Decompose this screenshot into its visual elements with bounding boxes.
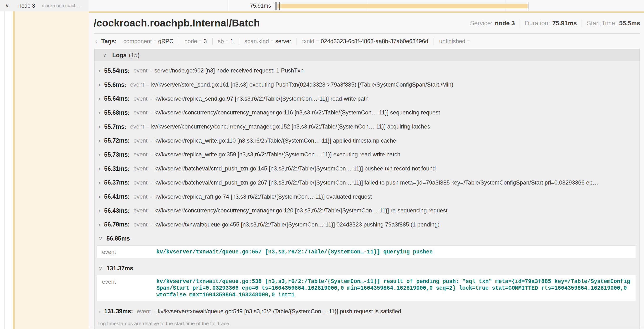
- tag-key: sb: [218, 38, 224, 44]
- tag-item: sb = 1: [212, 38, 239, 44]
- equals-sign: =: [150, 110, 152, 115]
- log-message: kv/kvserver/replica_raft.go:74 [n3,s3,r6…: [154, 193, 372, 200]
- span-color-stripe: [13, 0, 15, 329]
- log-entry-header[interactable]: ∨ 131.37ms: [94, 261, 640, 275]
- log-field-key: event: [137, 308, 151, 315]
- log-marker: [274, 2, 274, 10]
- log-field-key: event: [102, 248, 156, 255]
- logs-header[interactable]: ∨ Logs (15): [94, 49, 640, 61]
- log-timestamp: 56.41ms:: [104, 193, 130, 200]
- log-message: kv/kvserver/concurrency/concurrency_mana…: [154, 207, 448, 214]
- log-field-key: event: [134, 95, 148, 102]
- chevron-right-icon: ›: [98, 95, 100, 102]
- log-entry[interactable]: › 56.43ms: event = kv/kvserver/concurren…: [94, 204, 640, 218]
- log-message: kv/kvserver/store_send.go:161 [n3,s3] ex…: [151, 81, 453, 88]
- tag-item: node = 3: [179, 38, 212, 44]
- log-message: kv/kvserver/replica_write.go:110 [n3,s3,…: [154, 137, 396, 144]
- log-message: server/node.go:902 [n3] node received re…: [154, 67, 304, 74]
- log-entry[interactable]: › 55.68ms: event = kv/kvserver/concurren…: [94, 106, 640, 120]
- equals-sign: =: [154, 38, 156, 44]
- equals-sign: =: [150, 194, 152, 199]
- log-timestamp: 131.37ms: [106, 265, 134, 272]
- next-row-divider: [89, 327, 644, 327]
- tag-key: unfinished: [439, 38, 465, 44]
- log-field-key: event: [134, 137, 148, 144]
- equals-sign: =: [146, 124, 149, 129]
- chevron-right-icon: ›: [98, 221, 100, 228]
- log-marker: [275, 2, 276, 10]
- log-timestamp: 56.78ms:: [104, 221, 130, 228]
- tag-key: txnid: [302, 38, 314, 44]
- chevron-right-icon: ›: [98, 179, 100, 186]
- log-field-key: event: [130, 81, 144, 88]
- chevron-right-icon: ›: [98, 207, 100, 214]
- log-message: kv/kvserver/batcheval/cmd_push_txn.go:26…: [154, 179, 598, 186]
- tag-item: unfinished =: [434, 38, 477, 44]
- log-field-key: event: [134, 67, 148, 74]
- equals-sign: =: [226, 38, 228, 44]
- span-detail-header: /cockroach.roachpb.Internal/Batch Servic…: [94, 13, 640, 34]
- log-timestamp: 55.6ms:: [104, 81, 126, 88]
- log-field-key: event: [134, 151, 148, 158]
- span-service-name: node 3: [18, 2, 35, 9]
- log-entry-expanded: ∨ 56.85ms event kv/kvserver/txnwait/queu…: [94, 232, 640, 258]
- log-timestamp: 55.68ms:: [104, 109, 130, 116]
- trace-span-row[interactable]: ∨ node 3 /cockroach.roach… 75.91ms: [0, 0, 644, 12]
- equals-sign: =: [150, 208, 152, 213]
- equals-sign: =: [150, 68, 152, 73]
- log-entry-header[interactable]: ∨ 56.85ms: [94, 232, 640, 245]
- left-rail-divider: [4, 0, 4, 329]
- equals-sign: =: [150, 152, 152, 157]
- tag-item: span.kind = server: [238, 38, 296, 44]
- tag-value: 1: [230, 38, 233, 44]
- tag-value: 3: [204, 38, 207, 44]
- log-message: kv/kvserver/concurrency/concurrency_mana…: [154, 109, 440, 116]
- span-name[interactable]: node 3 /cockroach.roach…: [18, 0, 81, 12]
- chevron-down-icon: ∨: [103, 52, 106, 58]
- chevron-right-icon: ›: [98, 193, 100, 200]
- log-timestamp: 55.7ms:: [104, 123, 126, 130]
- tag-value: server: [275, 38, 291, 44]
- logs-title: Logs: [112, 52, 126, 59]
- logs-count: (15): [129, 52, 140, 59]
- log-entry[interactable]: › 55.54ms: event = server/node.go:902 [n…: [94, 64, 640, 78]
- log-entry[interactable]: › 56.37ms: event = kv/kvserver/batcheval…: [94, 176, 640, 190]
- log-marker: [276, 2, 277, 10]
- meta-value: 75.91ms: [552, 20, 577, 27]
- log-entry[interactable]: › 55.64ms: event = kv/kvserver/replica_s…: [94, 92, 640, 106]
- log-entry[interactable]: › 56.31ms: event = kv/kvserver/batcheval…: [94, 162, 640, 176]
- log-entry[interactable]: › 56.78ms: event = kv/kvserver/txnwait/q…: [94, 218, 640, 232]
- log-timestamp: 55.72ms:: [104, 137, 130, 144]
- log-timestamp: 55.54ms:: [104, 67, 130, 74]
- tags-accordion-toggle[interactable]: › Tags:: [94, 38, 124, 45]
- span-operation-name: /cockroach.roach…: [42, 3, 81, 8]
- span-duration-bar[interactable]: [278, 4, 529, 8]
- span-detail-panel: /cockroach.roachpb.Internal/Batch Servic…: [89, 12, 644, 329]
- tag-value: gRPC: [158, 38, 174, 44]
- chevron-right-icon: ›: [98, 123, 100, 130]
- log-field-key: event: [134, 165, 148, 172]
- chevron-down-icon: ∨: [98, 265, 103, 272]
- span-indent-guide: [15, 12, 89, 329]
- log-marker: [281, 2, 281, 10]
- log-entry[interactable]: › 55.72ms: event = kv/kvserver/replica_w…: [94, 134, 640, 148]
- log-entry[interactable]: › 55.7ms: event = kv/kvserver/concurrenc…: [94, 120, 640, 134]
- log-field-key: event: [134, 109, 148, 116]
- meta-label: Service:: [470, 20, 492, 27]
- equals-sign: =: [467, 38, 470, 44]
- chevron-right-icon: ›: [96, 38, 98, 44]
- log-entry[interactable]: › 131.39ms: event = kv/kvserver/txnwait/…: [94, 304, 640, 318]
- log-entry[interactable]: › 55.6ms: event = kv/kvserver/store_send…: [94, 78, 640, 92]
- log-entry[interactable]: › 56.41ms: event = kv/kvserver/replica_r…: [94, 190, 640, 204]
- meta-value: node 3: [495, 20, 515, 27]
- chevron-right-icon: ›: [98, 67, 100, 74]
- chevron-right-icon: ›: [98, 109, 100, 116]
- span-duration-label: 75.91ms: [223, 0, 271, 12]
- equals-sign: =: [150, 166, 152, 171]
- collapse-chevron-icon[interactable]: ∨: [5, 2, 9, 9]
- meta-value: 55.5ms: [619, 20, 640, 27]
- log-message: kv/kvserver/batcheval/cmd_push_txn.go:14…: [154, 165, 436, 172]
- log-entry[interactable]: › 55.73ms: event = kv/kvserver/replica_w…: [94, 148, 640, 162]
- log-message: kv/kvserver/txnwait/queue.go:557 [n3,s3,…: [156, 249, 630, 255]
- log-message: kv/kvserver/concurrency/concurrency_mana…: [151, 123, 430, 130]
